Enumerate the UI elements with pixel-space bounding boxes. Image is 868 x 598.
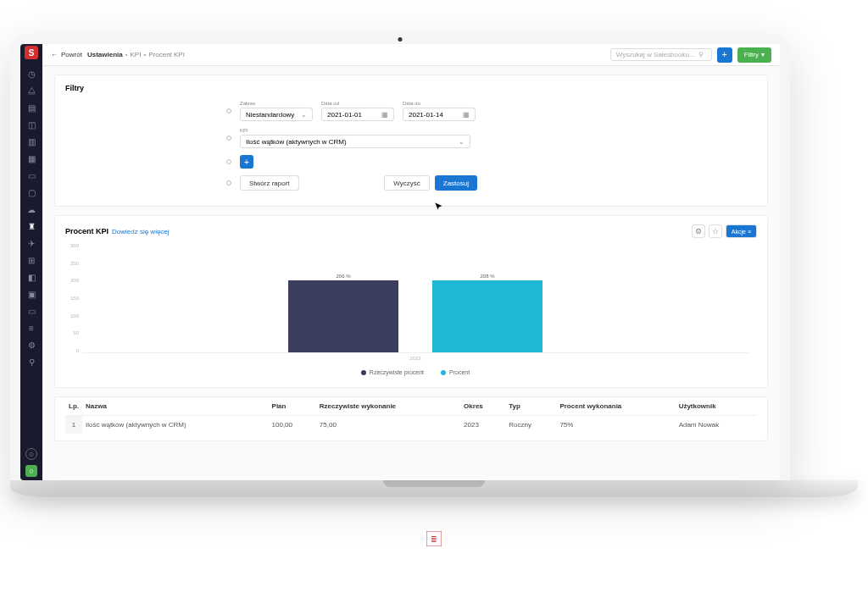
table-panel: Lp. Nazwa Plan Rzeczywiste wykonanie Okr… [54,396,768,441]
bullet-icon [226,108,231,114]
gear-icon[interactable]: ⚙ [25,339,37,351]
search-icon: ⚲ [698,51,704,58]
apply-button[interactable]: Zastosuj [435,175,477,191]
briefcase-icon[interactable]: ▭ [25,169,37,181]
clock-icon[interactable]: ◷ [25,68,37,80]
th-percent: Procent wykonania [556,397,675,416]
list-icon[interactable]: ≡ [25,322,37,334]
y-axis: 300250200150100500 [69,243,79,353]
gear-icon[interactable]: ⚙ [692,224,705,238]
building-icon[interactable]: ▤ [25,102,37,114]
brand-badge: ≣ [426,531,442,546]
cursor-icon [434,202,444,212]
sidebar: S ◷ ⧋ ▤ ◫ ▥ ▦ ▭ ▢ ☁ ♜ ✈ ⊞ ◧ ▣ ▭ ≡ ⚙ ⚲ ☺ … [20,44,42,480]
chart-title: Procent KPI [65,227,108,235]
crumb-settings[interactable]: Ustawienia [87,51,123,58]
svg-text:≣: ≣ [431,535,437,544]
star-icon[interactable]: ☆ [709,224,722,238]
date-from-input[interactable]: 2021-01-01 ▦ [321,108,394,121]
image-icon[interactable]: ▣ [25,288,37,300]
date-to-input[interactable]: 2021-01-14 ▦ [403,108,476,121]
calendar-icon[interactable]: ▦ [25,152,37,164]
bar-actual [288,280,398,352]
bullet-icon [226,159,231,164]
range-label: Zakres [240,101,313,106]
chart-icon[interactable]: ⧋ [25,85,37,97]
kpi-label: KPI [240,128,470,133]
search-icon[interactable]: ⚲ [25,356,37,368]
add-filter-button[interactable]: + [240,155,253,169]
menu-icon: ≡ [748,229,751,235]
bullet-icon [226,136,231,141]
filters-panel: Filtry Zakres Niestandardowy ⌄ [54,75,768,207]
calendar-icon: ▦ [463,111,470,119]
back-button[interactable]: ← Powrót [51,51,82,58]
desktop-icon[interactable]: ▭ [25,305,37,317]
th-name: Nazwa [82,397,269,416]
doc-icon[interactable]: ▥ [25,136,37,147]
bar2-label: 208 % [480,274,494,279]
search-placeholder: Wyszukaj w Salesbooku... [616,51,695,58]
db-icon[interactable]: ⊞ [25,254,37,266]
filters-button[interactable]: Filtry ▾ [737,47,771,63]
help-icon[interactable]: ○ [25,465,37,477]
date-from-label: Data od [321,101,394,106]
users-icon[interactable]: ◫ [25,119,37,130]
breadcrumb: Ustawienia • KPI • Procent KPI [87,51,185,58]
learn-more-link[interactable]: Dowiedz się więcej [112,228,170,235]
chart-plot: 206 % 208 % [82,243,748,353]
bar1-label: 206 % [336,274,350,279]
clear-button[interactable]: Wyczyść [384,175,429,191]
bullet-icon [226,180,231,185]
folder-icon[interactable]: ▢ [25,186,37,198]
search-input[interactable]: Wyszukaj w Salesbooku... ⚲ [610,48,712,61]
table-row[interactable]: 1 Ilość wątków (aktywnych w CRM) 100,00 … [65,416,757,435]
app-logo[interactable]: S [25,46,38,59]
legend: Rzeczywiste procent Procent [82,369,748,375]
create-report-button[interactable]: Stwórz raport [240,175,299,191]
add-button[interactable]: + [717,47,732,63]
th-type: Typ [505,397,556,416]
send-icon[interactable]: ✈ [25,237,37,249]
date-to-label: Data do [403,101,476,106]
bar-percent [432,280,542,352]
actions-button[interactable]: Akcje ≡ [726,224,757,238]
chevron-down-icon: ▾ [761,51,765,58]
crumb-kpi[interactable]: KPI [131,51,142,58]
filters-title: Filtry [65,84,757,92]
chart-panel: Procent KPI Dowiedz się więcej ⚙ ☆ Akcje… [54,215,768,388]
th-actual: Rzeczywiste wykonanie [316,397,460,416]
calendar-icon: ▦ [381,111,388,119]
kpi-table: Lp. Nazwa Plan Rzeczywiste wykonanie Okr… [65,397,757,434]
th-plan: Plan [269,397,316,416]
chevron-down-icon: ⌄ [459,138,465,146]
th-period: Okres [460,397,505,416]
medal-icon[interactable]: ♜ [25,220,37,232]
crumb-percent: Procent KPI [148,51,185,58]
range-select[interactable]: Niestandardowy ⌄ [240,108,313,121]
topbar: ← Powrót Ustawienia • KPI • Procent KPI … [42,44,780,66]
kpi-select[interactable]: Ilość wątków (aktywnych w CRM) ⌄ [240,135,470,148]
layers-icon[interactable]: ◧ [25,271,37,283]
th-user: Użytkownik [676,397,757,416]
avatar[interactable]: ☺ [25,448,37,460]
chevron-down-icon: ⌄ [301,111,307,119]
x-axis-label: 2023 [82,356,748,361]
cloud-icon[interactable]: ☁ [25,203,37,215]
th-lp: Lp. [65,397,82,416]
back-label: Powrót [61,51,82,58]
arrow-left-icon: ← [51,51,58,58]
